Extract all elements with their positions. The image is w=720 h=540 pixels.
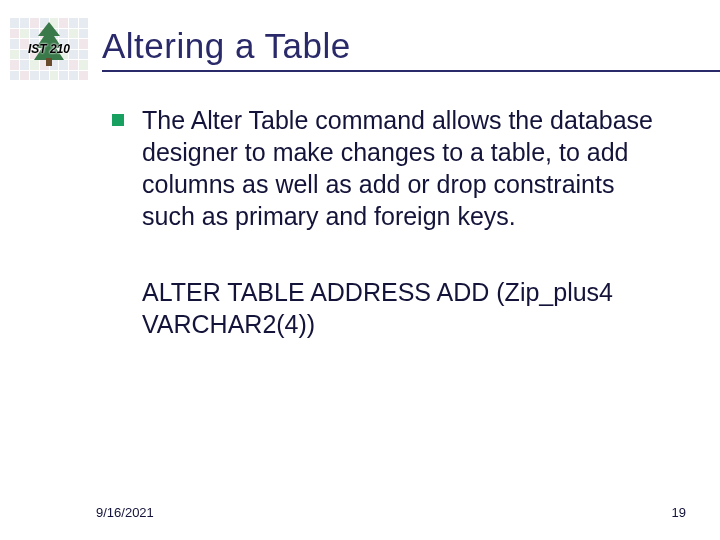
svg-rect-1 — [46, 58, 52, 66]
slide: IST 210 Altering a Table The Alter Table… — [0, 0, 720, 540]
title-underline — [102, 70, 720, 72]
square-bullet-icon — [112, 114, 124, 126]
sql-example-text: ALTER TABLE ADDRESS ADD (Zip_plus4 VARCH… — [112, 276, 674, 340]
course-logo: IST 210 — [10, 18, 88, 80]
footer-date: 9/16/2021 — [96, 505, 154, 520]
footer-page-number: 19 — [672, 505, 686, 520]
bullet-text: The Alter Table command allows the datab… — [142, 104, 674, 232]
title-block: Altering a Table — [88, 26, 720, 72]
slide-footer: 9/16/2021 19 — [0, 505, 720, 520]
slide-title: Altering a Table — [102, 26, 720, 66]
slide-header: IST 210 Altering a Table — [0, 0, 720, 80]
course-code-label: IST 210 — [28, 42, 70, 56]
bullet-item: The Alter Table command allows the datab… — [112, 104, 674, 232]
slide-body: The Alter Table command allows the datab… — [0, 80, 720, 340]
